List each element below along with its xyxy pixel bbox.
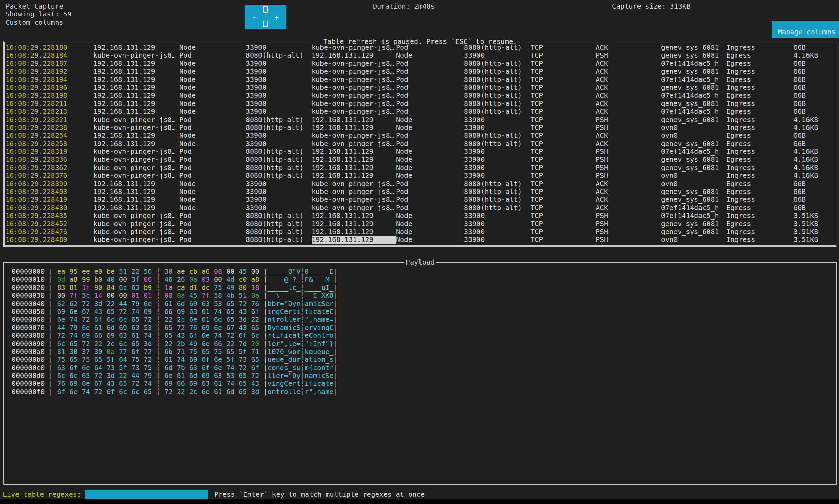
hex-dump: 00000000 | ea 95 ee e0 be 51 22 56 ┆ 30 … bbox=[12, 268, 338, 396]
table-cell: ACK bbox=[596, 100, 608, 108]
table-cell[interactable]: 192.168.131.129 bbox=[312, 236, 396, 244]
hex-byte: 61 bbox=[202, 315, 214, 323]
ascii-char: n bbox=[276, 323, 280, 332]
hex-byte: 3d bbox=[239, 315, 251, 323]
table-row[interactable]: 16:08:29.228184kube-ovn-pinger-js8…Pod80… bbox=[5, 51, 836, 59]
table-cell: 07ef1414dac5_h bbox=[661, 204, 719, 212]
hex-byte: 76 bbox=[251, 299, 259, 308]
separator: | bbox=[259, 299, 268, 308]
table-row[interactable]: 16:08:29.228376kube-ovn-pinger-js8…Pod80… bbox=[5, 172, 836, 180]
packet-table-rows[interactable]: 16:08:29.228180192.168.131.129Node33900k… bbox=[5, 44, 836, 244]
hex-byte: 72 bbox=[144, 315, 152, 323]
hex-byte: 65 bbox=[70, 355, 82, 364]
table-cell: kube-ovn-pinger-js8… bbox=[312, 60, 394, 67]
separator: | bbox=[259, 388, 268, 396]
ascii-char: _ bbox=[280, 275, 284, 283]
ascii-char: l bbox=[284, 315, 288, 323]
ascii-char: ? bbox=[292, 275, 296, 283]
table-cell: 16:08:29.228198 bbox=[5, 91, 68, 99]
table-row[interactable]: 16:08:29.228213192.168.131.129Node33900k… bbox=[5, 108, 836, 115]
hex-byte: 2c bbox=[107, 340, 119, 348]
table-row[interactable]: 16:08:29.228187192.168.131.129Node33900k… bbox=[5, 60, 836, 67]
separator: | bbox=[333, 307, 338, 316]
ascii-char: Q bbox=[329, 291, 333, 299]
payload-panel: Payload 00000000 | ea 95 ee e0 be 51 22 … bbox=[3, 262, 837, 485]
table-row[interactable]: 16:08:29.228319kube-ovn-pinger-js8…Pod80… bbox=[5, 148, 836, 156]
hex-byte: 6e bbox=[202, 340, 214, 348]
table-cell: Ingress bbox=[726, 148, 755, 156]
pause-button[interactable] bbox=[263, 6, 268, 14]
table-row[interactable]: 16:08:29.228238kube-ovn-pinger-js8…Pod80… bbox=[5, 124, 836, 132]
table-row[interactable]: 16:08:29.228489kube-ovn-pinger-js8…Pod80… bbox=[5, 236, 836, 244]
table-row[interactable]: 16:08:29.228336kube-ovn-pinger-js8…Pod80… bbox=[5, 156, 836, 163]
hex-byte: 6e bbox=[70, 307, 82, 316]
table-cell: kube-ovn-pinger-js8… bbox=[93, 212, 176, 220]
table-cell: 8080(http-alt) bbox=[464, 67, 522, 75]
ascii-char: r bbox=[329, 299, 333, 308]
table-cell: 07ef1414dac5_h bbox=[661, 76, 719, 84]
hex-byte: 22 bbox=[107, 299, 119, 308]
ascii-char: D bbox=[292, 371, 296, 380]
stop-button[interactable] bbox=[263, 21, 268, 29]
table-row[interactable]: 16:08:29.228362kube-ovn-pinger-js8…Pod80… bbox=[5, 164, 836, 172]
hex-byte: 6d bbox=[226, 388, 239, 396]
table-cell: 8080(http-alt) bbox=[246, 148, 304, 156]
table-cell: TCP bbox=[531, 228, 543, 236]
ascii-char: r bbox=[305, 388, 309, 396]
ascii-char: t bbox=[292, 307, 296, 316]
hex-byte: 83 bbox=[57, 283, 69, 292]
table-row[interactable]: 16:08:29.228192192.168.131.129Node33900k… bbox=[5, 67, 836, 75]
table-cell: TCP bbox=[531, 116, 543, 124]
hex-byte: 72 bbox=[57, 331, 69, 340]
separator: ┆ bbox=[152, 291, 164, 299]
ascii-char: _ bbox=[272, 291, 276, 299]
table-row[interactable]: 16:08:29.228452kube-ovn-pinger-js8…Pod80… bbox=[5, 220, 836, 228]
separator: ┆ bbox=[152, 267, 164, 275]
table-cell: 192.168.131.129 bbox=[93, 132, 155, 139]
table-row[interactable]: 16:08:29.228399192.168.131.129Node33900k… bbox=[5, 180, 836, 188]
separator: ┆ bbox=[152, 323, 164, 332]
table-row[interactable]: 16:08:29.228198192.168.131.129Node33900k… bbox=[5, 91, 836, 99]
ascii-char: i bbox=[309, 307, 313, 316]
hex-byte: 22 bbox=[119, 371, 131, 380]
separator: ┆ bbox=[301, 364, 305, 372]
table-row[interactable]: 16:08:29.228476kube-ovn-pinger-js8…Pod80… bbox=[5, 228, 836, 236]
hex-byte: e0 bbox=[94, 267, 107, 275]
ascii-char: _ bbox=[280, 267, 284, 275]
hex-byte: 66 bbox=[94, 331, 107, 340]
separator: ┆ bbox=[301, 283, 305, 292]
table-row[interactable]: 16:08:29.228180192.168.131.129Node33900k… bbox=[5, 44, 836, 51]
table-row[interactable]: 16:08:29.228194192.168.131.129Node33900k… bbox=[5, 76, 836, 84]
hex-row: 000000c0 | 63 6f 6e 64 73 5f 73 75 ┆ 6d … bbox=[12, 364, 338, 372]
increase-button[interactable]: + bbox=[274, 14, 279, 21]
table-row[interactable]: 16:08:29.228258192.168.131.129Node33900k… bbox=[5, 140, 836, 148]
manage-columns-button[interactable]: Manage columns bbox=[772, 21, 839, 38]
separator: | bbox=[45, 371, 57, 380]
ascii-char: g bbox=[276, 307, 280, 316]
regex-input[interactable] bbox=[85, 490, 208, 500]
ascii-char: _ bbox=[280, 291, 284, 299]
table-row[interactable]: 16:08:29.228221kube-ovn-pinger-js8…Pod80… bbox=[5, 116, 836, 124]
table-row[interactable]: 16:08:29.228435kube-ovn-pinger-js8…Pod80… bbox=[5, 212, 836, 220]
ascii-char: n bbox=[305, 371, 309, 380]
table-cell: kube-ovn-pinger-js8… bbox=[312, 132, 394, 139]
table-row[interactable]: 16:08:29.228430192.168.131.129Node33900k… bbox=[5, 204, 836, 212]
table-row[interactable]: 16:08:29.228254192.168.131.129Node33900k… bbox=[5, 132, 836, 139]
table-row[interactable]: 16:08:29.228211192.168.131.129Node33900k… bbox=[5, 100, 836, 108]
hex-byte: 75 bbox=[57, 355, 69, 364]
table-row[interactable]: 16:08:29.228403192.168.131.129Node33900k… bbox=[5, 188, 836, 196]
hex-byte: 6e bbox=[82, 323, 94, 332]
table-row[interactable]: 16:08:29.228196192.168.131.129Node33900k… bbox=[5, 84, 836, 91]
ascii-char: 0 bbox=[305, 267, 309, 275]
table-cell: 8080(http-alt) bbox=[246, 124, 304, 132]
ascii-char: + bbox=[309, 340, 313, 348]
ascii-char: n bbox=[317, 340, 321, 348]
table-cell: 8080(http-alt) bbox=[246, 228, 304, 236]
hex-byte: 65 bbox=[165, 331, 177, 340]
table-cell: Pod bbox=[396, 196, 408, 204]
decrease-button[interactable]: - bbox=[252, 14, 257, 21]
separator: | bbox=[333, 340, 338, 348]
separator: | bbox=[259, 331, 268, 340]
ascii-char: e bbox=[325, 347, 329, 356]
table-row[interactable]: 16:08:29.228419192.168.131.129Node33900k… bbox=[5, 196, 836, 204]
